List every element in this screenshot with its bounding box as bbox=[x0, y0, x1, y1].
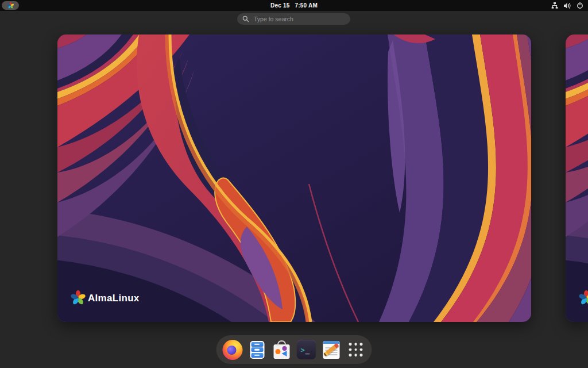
wallpaper bbox=[57, 34, 531, 322]
dock-button-firefox[interactable] bbox=[222, 339, 243, 360]
clock-button[interactable]: Dec 15 7:50 AM bbox=[270, 0, 318, 11]
network-wired-icon bbox=[551, 2, 558, 9]
system-status-area[interactable] bbox=[551, 2, 583, 9]
firefox-icon bbox=[222, 340, 242, 360]
workspace-preview-2[interactable] bbox=[566, 34, 588, 322]
dock-button-show-apps[interactable] bbox=[346, 339, 366, 360]
clock-date: Dec 15 bbox=[270, 2, 289, 9]
dock-button-files[interactable] bbox=[247, 339, 268, 360]
search-icon bbox=[242, 16, 249, 22]
terminal-cursor-glyph: _ bbox=[305, 346, 310, 354]
search-bar[interactable] bbox=[237, 13, 350, 25]
workspace-preview-1[interactable] bbox=[57, 34, 531, 322]
power-icon bbox=[577, 2, 583, 9]
volume-icon bbox=[563, 2, 571, 9]
dock-button-software[interactable] bbox=[272, 339, 292, 360]
dock-button-text-editor[interactable] bbox=[321, 339, 342, 360]
topbar: Dec 15 7:50 AM bbox=[0, 0, 588, 11]
gnome-activities-overview: Dec 15 7:50 AM bbox=[0, 0, 588, 368]
software-icon bbox=[274, 344, 290, 359]
text-editor-icon bbox=[323, 341, 339, 359]
almalinux-logo-icon bbox=[7, 2, 14, 9]
terminal-prompt-glyph: > bbox=[301, 346, 305, 354]
terminal-icon: > _ bbox=[297, 340, 316, 359]
dock: > _ bbox=[216, 335, 372, 364]
search-input[interactable] bbox=[253, 15, 345, 23]
clock-time: 7:50 AM bbox=[295, 2, 318, 9]
wallpaper bbox=[566, 34, 588, 322]
dock-button-terminal[interactable]: > _ bbox=[296, 339, 317, 360]
activities-button[interactable] bbox=[2, 1, 19, 10]
app-grid-icon bbox=[349, 343, 363, 356]
files-icon bbox=[250, 341, 264, 359]
